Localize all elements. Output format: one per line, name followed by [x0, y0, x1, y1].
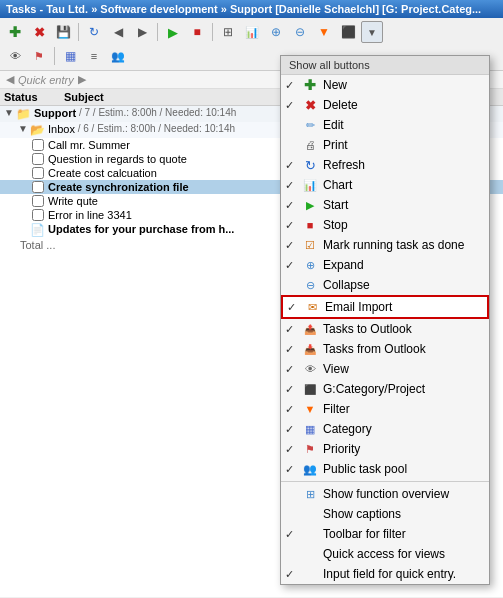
tb-save-button[interactable]: 💾	[52, 21, 74, 43]
icon-inputfieldforquickentry	[301, 566, 319, 582]
tb-back-icon: ◀	[114, 25, 123, 39]
label-priority: Priority	[323, 442, 483, 456]
email-icon-updates: 📄	[30, 223, 46, 237]
menu-item-expand[interactable]: ✓ ⊕ Expand	[281, 255, 489, 275]
check-filter: ✓	[285, 403, 301, 416]
toggle-inbox[interactable]: ▼	[18, 123, 30, 134]
task5-checkbox[interactable]	[32, 195, 44, 207]
toolbar-sep-4	[54, 47, 55, 65]
menu-item-view[interactable]: ✓ 👁 View	[281, 359, 489, 379]
menu-item-inputfieldforquickentry[interactable]: ✓ Input field for quick entry.	[281, 564, 489, 584]
task6-checkbox[interactable]	[32, 209, 44, 221]
label-delete: Delete	[323, 98, 483, 112]
menu-item-delete[interactable]: ✓ ✖ Delete	[281, 95, 489, 115]
tb-delete-icon: ✖	[34, 25, 45, 40]
check-tasksfromoutlook: ✓	[285, 343, 301, 356]
icon-refresh: ↻	[301, 157, 319, 173]
tb-users-button[interactable]: 👥	[107, 45, 129, 67]
check-inputfieldforquickentry: ✓	[285, 568, 301, 581]
menu-item-chart[interactable]: ✓ 📊 Chart	[281, 175, 489, 195]
menu-item-showcaptions[interactable]: Show captions	[281, 504, 489, 524]
menu-item-category[interactable]: ✓ ▦ Category	[281, 419, 489, 439]
quick-entry-label: Quick entry	[18, 74, 74, 86]
menu-item-stop[interactable]: ✓ ■ Stop	[281, 215, 489, 235]
tb-chart-icon: 📊	[245, 26, 259, 39]
menu-item-refresh[interactable]: ✓ ↻ Refresh	[281, 155, 489, 175]
label-taskstooutlook: Tasks to Outlook	[323, 322, 483, 336]
tb-start-icon: ▶	[168, 25, 178, 40]
icon-filter: ▼	[301, 401, 319, 417]
label-new: New	[323, 78, 483, 92]
title-text: Tasks - Tau Ltd. » Software development …	[6, 3, 481, 15]
tb-category-button[interactable]: ⬛	[337, 21, 359, 43]
toggle-support[interactable]: ▼	[4, 107, 16, 118]
tb-stop-button[interactable]: ■	[186, 21, 208, 43]
menu-item-collapse[interactable]: ⊖ Collapse	[281, 275, 489, 295]
tb-more-button[interactable]: ▼	[361, 21, 383, 43]
menu-item-start[interactable]: ✓ ▶ Start	[281, 195, 489, 215]
task3-checkbox[interactable]	[32, 167, 44, 179]
tb-delete-button[interactable]: ✖	[28, 21, 50, 43]
menu-item-publictaskpool[interactable]: ✓ 👥 Public task pool	[281, 459, 489, 479]
folder-icon-inbox: 📂	[30, 123, 46, 137]
menu-item-markrunning[interactable]: ✓ ☑ Mark running task as done	[281, 235, 489, 255]
task4-checkbox[interactable]	[32, 181, 44, 193]
tb-grid-button[interactable]: ⊞	[217, 21, 239, 43]
icon-print: 🖨	[301, 137, 319, 153]
tb-back-button[interactable]: ◀	[107, 21, 129, 43]
icon-taskstooutlook: 📤	[301, 321, 319, 337]
menu-item-edit[interactable]: ✏ Edit	[281, 115, 489, 135]
menu-item-new[interactable]: ✓ ✚ New	[281, 75, 489, 95]
task1-label: Call mr. Summer	[48, 139, 130, 151]
menu-item-filter[interactable]: ✓ ▼ Filter	[281, 399, 489, 419]
tb-flag-button[interactable]: ⚑	[28, 45, 50, 67]
menu-item-priority[interactable]: ✓ ⚑ Priority	[281, 439, 489, 459]
toolbar-sep-1	[78, 23, 79, 41]
check-delete: ✓	[285, 99, 301, 112]
inbox-label: Inbox	[48, 123, 75, 135]
updates-label: Updates for your purchase from h...	[48, 223, 234, 235]
label-gcategory: G:Category/Project	[323, 382, 483, 396]
tb-list-button[interactable]: ≡	[83, 45, 105, 67]
icon-tasksfromoutlook: 📥	[301, 341, 319, 357]
icon-emailimport: ✉	[303, 299, 321, 315]
menu-item-taskstooutlook[interactable]: ✓ 📤 Tasks to Outlook	[281, 319, 489, 339]
menu-item-emailimport[interactable]: ✓ ✉ Email Import	[281, 295, 489, 319]
check-new: ✓	[285, 79, 301, 92]
tb-expand-button[interactable]: ⊕	[265, 21, 287, 43]
menu-item-print[interactable]: 🖨 Print	[281, 135, 489, 155]
support-label: Support	[34, 107, 76, 119]
menu-item-gcategory[interactable]: ✓ ⬛ G:Category/Project	[281, 379, 489, 399]
tb-start-button[interactable]: ▶	[162, 21, 184, 43]
icon-new: ✚	[301, 77, 319, 93]
icon-edit: ✏	[301, 117, 319, 133]
tb-filter-button[interactable]: ▼	[313, 21, 335, 43]
toolbar-sep-2	[157, 23, 158, 41]
tb-layout-button[interactable]: ▦	[59, 45, 81, 67]
menu-item-toolbarforfilter[interactable]: ✓ Toolbar for filter	[281, 524, 489, 544]
tb-collapse-button[interactable]: ⊖	[289, 21, 311, 43]
menu-item-showfunctionoverview[interactable]: ⊞ Show function overview	[281, 484, 489, 504]
tb-view-button[interactable]: 👁	[4, 45, 26, 67]
check-chart: ✓	[285, 179, 301, 192]
check-category: ✓	[285, 423, 301, 436]
check-taskstooutlook: ✓	[285, 323, 301, 336]
task1-checkbox[interactable]	[32, 139, 44, 151]
tb-add-button[interactable]: ✚	[4, 21, 26, 43]
tb-grid-icon: ⊞	[223, 25, 233, 39]
tb-chart-button[interactable]: 📊	[241, 21, 263, 43]
check-stop: ✓	[285, 219, 301, 232]
menu-item-quickaccessforviews[interactable]: Quick access for views	[281, 544, 489, 564]
tb-refresh-button[interactable]: ↻	[83, 21, 105, 43]
task2-checkbox[interactable]	[32, 153, 44, 165]
label-start: Start	[323, 198, 483, 212]
icon-gcategory: ⬛	[301, 381, 319, 397]
menu-item-tasksfromoutlook[interactable]: ✓ 📥 Tasks from Outlook	[281, 339, 489, 359]
label-quickaccessforviews: Quick access for views	[323, 547, 483, 561]
support-meta: / 7 / Estim.: 8:00h / Needed: 10:14h	[76, 107, 236, 118]
label-category: Category	[323, 422, 483, 436]
label-emailimport: Email Import	[325, 300, 481, 314]
tb-filter-icon: ▼	[318, 25, 330, 39]
toolbar-sep-3	[212, 23, 213, 41]
tb-forward-button[interactable]: ▶	[131, 21, 153, 43]
